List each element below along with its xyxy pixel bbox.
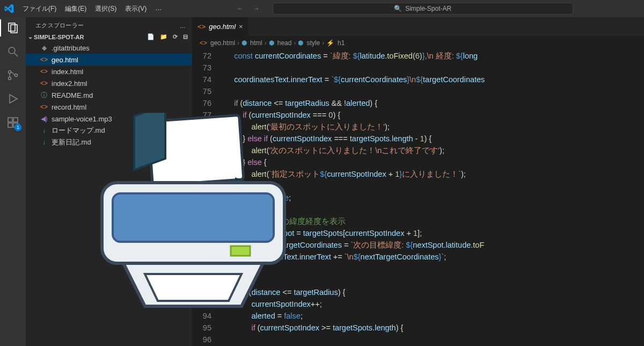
- file-name: sample-voice1.mp3: [52, 115, 112, 123]
- file-name: record.html: [52, 103, 86, 111]
- activity-bar: 1: [0, 17, 26, 346]
- menu-file[interactable]: ファイル(F): [18, 4, 61, 13]
- file-item[interactable]: <>index.html: [26, 66, 192, 77]
- svg-point-2: [9, 47, 15, 54]
- editor-tabs: <> geo.html ×: [192, 17, 644, 36]
- file-item[interactable]: ↓ロードマップ.md: [26, 125, 192, 136]
- tab-label: geo.html: [209, 23, 236, 31]
- file-icon: <>: [40, 80, 48, 87]
- html-file-icon: <>: [200, 39, 207, 47]
- editor-area: <> geo.html × <> geo.html › ⬢ html › ⬢ h…: [192, 17, 644, 346]
- file-item[interactable]: ⓘREADME.md: [26, 89, 192, 101]
- nav-arrows: ← →: [237, 5, 260, 12]
- main-menu: ファイル(F) 編集(E) 選択(S) 表示(V) …: [18, 4, 166, 13]
- menu-view[interactable]: 表示(V): [121, 4, 151, 13]
- explorer-sidebar: エクスプローラー … ⌄ SIMPLE-SPOT-AR 📄 📁 ⟳ ⊟ ◆.gi…: [26, 17, 192, 346]
- file-item[interactable]: ◆.gitattributes: [26, 42, 192, 54]
- selector-icon: ⚡: [326, 39, 334, 47]
- close-icon[interactable]: ×: [239, 23, 243, 31]
- svg-point-4: [9, 71, 11, 74]
- refresh-icon[interactable]: ⟳: [173, 33, 178, 40]
- file-item[interactable]: ◀)sample-voice1.mp3: [26, 113, 192, 125]
- title-bar: ファイル(F) 編集(E) 選択(S) 表示(V) … ← → 🔍 Simple…: [0, 0, 644, 17]
- file-item[interactable]: ↓更新日記.md: [26, 136, 192, 148]
- breadcrumb-item[interactable]: head: [277, 39, 292, 47]
- file-icon: ↓: [40, 139, 48, 146]
- breadcrumb[interactable]: <> geo.html › ⬢ html › ⬢ head › ⬢ style …: [192, 36, 644, 50]
- tab-geo-html[interactable]: <> geo.html ×: [192, 17, 249, 36]
- file-name: 更新日記.md: [52, 138, 91, 147]
- file-name: geo.html: [52, 56, 78, 64]
- extensions-icon[interactable]: 1: [6, 116, 19, 129]
- file-list: ◆.gitattributes<>geo.html<>index.html<>i…: [26, 42, 192, 148]
- file-name: index.html: [52, 68, 83, 76]
- explorer-title: エクスプローラー: [35, 21, 84, 30]
- folder-header[interactable]: ⌄ SIMPLE-SPOT-AR 📄 📁 ⟳ ⊟: [26, 32, 192, 42]
- file-name: index2.html: [52, 80, 87, 88]
- file-icon: ↓: [40, 127, 48, 134]
- file-name: ロードマップ.md: [52, 126, 105, 135]
- tag-icon: ⬢: [269, 39, 274, 47]
- search-panel-icon[interactable]: [6, 45, 19, 58]
- file-name: README.md: [52, 91, 93, 99]
- line-gutter: 72 73 74 75 76 77 78 79 80 81 82 83 84 8…: [192, 50, 221, 346]
- chevron-down-icon: ⌄: [28, 33, 33, 40]
- file-item[interactable]: <>geo.html: [26, 54, 192, 66]
- tag-icon: ⬢: [241, 39, 247, 47]
- file-icon: <>: [40, 103, 48, 111]
- explorer-icon[interactable]: [6, 21, 19, 34]
- menu-more[interactable]: …: [151, 4, 166, 13]
- menu-select[interactable]: 選択(S): [91, 4, 121, 13]
- svg-point-5: [9, 77, 11, 80]
- file-item[interactable]: <>record.html: [26, 101, 192, 113]
- source-control-icon[interactable]: [6, 69, 19, 82]
- new-folder-icon[interactable]: 📁: [160, 33, 167, 40]
- file-icon: ◀): [40, 115, 48, 122]
- command-center-search[interactable]: 🔍 Simple-Spot-AR: [273, 3, 573, 15]
- breadcrumb-item[interactable]: h1: [338, 39, 345, 47]
- breadcrumb-item[interactable]: geo.html: [210, 39, 235, 47]
- svg-rect-10: [13, 118, 18, 122]
- explorer-more-icon[interactable]: …: [180, 23, 186, 29]
- svg-rect-8: [8, 123, 12, 127]
- file-name: .gitattributes: [52, 44, 90, 52]
- file-item[interactable]: <>index2.html: [26, 77, 192, 89]
- svg-rect-7: [8, 118, 12, 122]
- html-file-icon: <>: [197, 23, 206, 31]
- vscode-logo-icon: [0, 4, 18, 13]
- nav-forward-icon[interactable]: →: [253, 5, 260, 12]
- file-icon: <>: [40, 56, 48, 63]
- breadcrumb-item[interactable]: style: [306, 39, 320, 47]
- code-content[interactable]: const currentCoordinates = `緯度: ${latitu…: [221, 50, 644, 346]
- file-icon: ◆: [40, 44, 48, 52]
- extensions-badge: 1: [14, 124, 21, 131]
- svg-line-3: [14, 53, 18, 56]
- search-icon: 🔍: [394, 5, 402, 12]
- file-icon: ⓘ: [40, 91, 48, 100]
- folder-name: SIMPLE-SPOT-AR: [34, 34, 84, 40]
- nav-back-icon[interactable]: ←: [237, 5, 244, 12]
- collapse-icon[interactable]: ⊟: [183, 33, 188, 40]
- run-debug-icon[interactable]: [6, 92, 19, 105]
- file-icon: <>: [40, 68, 48, 75]
- new-file-icon[interactable]: 📄: [147, 33, 155, 40]
- breadcrumb-item[interactable]: html: [250, 39, 262, 47]
- code-editor[interactable]: 72 73 74 75 76 77 78 79 80 81 82 83 84 8…: [192, 50, 644, 346]
- menu-edit[interactable]: 編集(E): [61, 4, 91, 13]
- svg-point-6: [15, 74, 18, 77]
- tag-icon: ⬢: [298, 39, 303, 47]
- search-text: Simple-Spot-AR: [405, 5, 451, 12]
